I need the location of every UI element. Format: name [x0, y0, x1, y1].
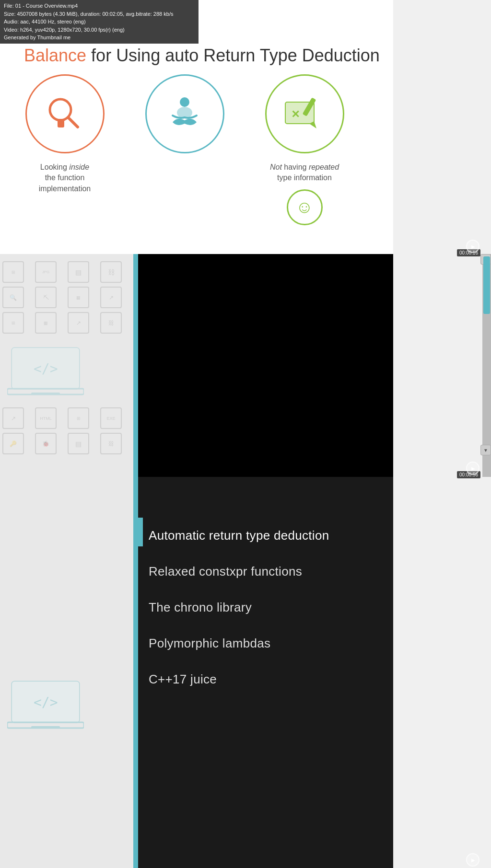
slide-title-rest: for Using auto Return Type Deduction	[86, 46, 380, 65]
meditation-icon	[163, 93, 206, 136]
icons-row: Looking insidethe functionimplementation	[24, 74, 345, 225]
play-button-3[interactable]	[466, 853, 479, 867]
laptop-icon-1: </>	[0, 341, 133, 405]
course-item-3[interactable]: Polymorphic lambdas	[149, 625, 393, 661]
metadata-line4: Video: h264, yuv420p, 1280x720, 30.00 fp…	[4, 26, 195, 34]
norepeated-icon: ✕	[281, 95, 328, 133]
bg-panel: ⊞ JPG ▤ ⛓ 🔍 ⛏ ▦ ↗ ⊞ ▦ ↗ ⛓ </> ↗ HTML	[0, 254, 133, 868]
svg-rect-14	[31, 393, 60, 395]
magnifier-icon	[43, 93, 86, 136]
icon-grid-top: ⊞ JPG ▤ ⛓ 🔍 ⛏ ▦ ↗ ⊞ ▦ ↗ ⛓	[0, 254, 133, 341]
metadata-line2: Size: 4507008 bytes (4.30 MiB), duration…	[4, 10, 195, 18]
icon-item-search: Looking insidethe functionimplementation	[24, 74, 105, 194]
metadata-line3: Audio: aac, 44100 Hz, stereo (eng)	[4, 18, 195, 26]
circle-icon-red	[25, 74, 105, 153]
slide-title: Balance for Using auto Return Type Deduc…	[24, 46, 380, 66]
bg-decoration: ⊞ JPG ▤ ⛓ 🔍 ⛏ ▦ ↗ ⊞ ▦ ↗ ⛓ </> ↗ HTML	[0, 254, 133, 868]
svg-text:✕: ✕	[291, 108, 300, 120]
icon-item-meditation	[144, 74, 225, 162]
icon-grid-mid: ↗ HTML ⊞ EXE 🔑 🐞 ▤ ⛓	[0, 405, 133, 457]
metadata-line5: Generated by Thumbnail me	[4, 34, 195, 42]
svg-text:</>: </>	[34, 361, 58, 377]
circle-icon-green: ✕	[265, 74, 344, 153]
svg-text:</>: </>	[34, 694, 58, 710]
icon1-label: Looking insidethe functionimplementation	[39, 162, 91, 194]
video-panel-top[interactable]	[138, 254, 393, 477]
course-item-2[interactable]: The chrono library	[149, 590, 393, 625]
course-item-4[interactable]: C++17 juice	[149, 661, 393, 697]
laptop-svg-1: </>	[7, 346, 84, 398]
icon3-label: Not having repeatedtype information	[270, 162, 339, 184]
svg-rect-19	[31, 726, 60, 729]
circle-icon-teal	[145, 74, 224, 153]
icon-item-norepeated: ✕ Not having repeatedtype information ☺	[264, 74, 345, 225]
laptop-svg-2: </>	[7, 679, 84, 732]
smiley-icon: ☺	[287, 189, 323, 225]
course-item-1[interactable]: Relaxed constxpr functions	[149, 554, 393, 590]
course-list: Automatic return type deduction Relaxed …	[149, 518, 393, 697]
svg-rect-2	[58, 119, 64, 127]
course-item-0[interactable]: Automatic return type deduction	[149, 518, 393, 554]
scroll-down-button[interactable]: ▼	[480, 445, 491, 455]
active-item-accent	[138, 518, 143, 546]
laptop-icon-2: </>	[7, 679, 84, 734]
slide-title-highlight: Balance	[24, 46, 86, 65]
play-button-1[interactable]	[466, 240, 479, 253]
scroll-thumb[interactable]	[483, 256, 490, 314]
svg-line-1	[68, 117, 78, 127]
metadata-bar: File: 01 - Course Overview.mp4 Size: 450…	[0, 0, 199, 44]
teal-vertical-bar	[133, 254, 138, 868]
play-button-2[interactable]	[466, 462, 479, 475]
right-scrollbar[interactable]: ▲ ▼	[482, 254, 491, 477]
metadata-line1: File: 01 - Course Overview.mp4	[4, 2, 195, 10]
svg-point-3	[180, 97, 189, 107]
